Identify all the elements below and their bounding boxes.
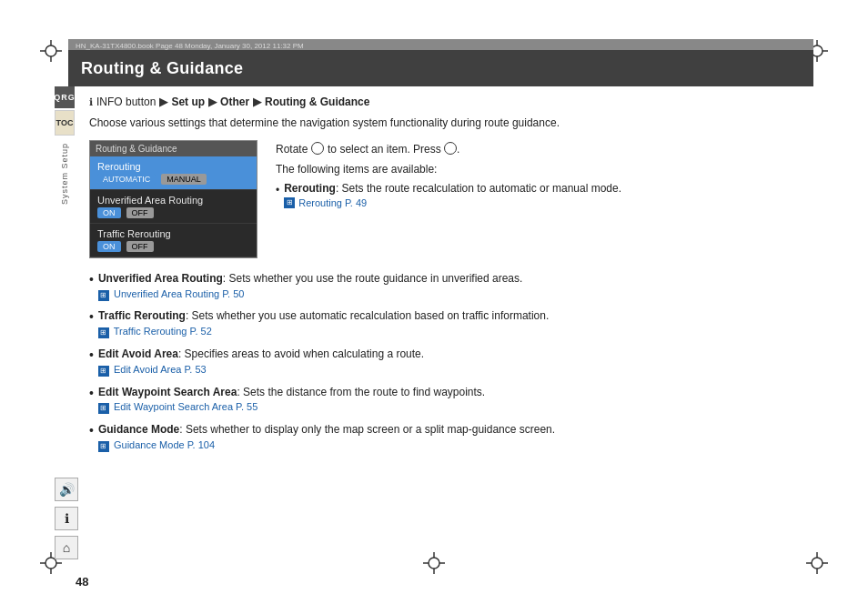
bullet-item-unverified-text: Unverified Area Routing: Sets whether yo… bbox=[98, 271, 800, 302]
menu-btn-on-unverified: ON bbox=[97, 207, 121, 218]
bullet-item-traffic: • Traffic Rerouting: Sets whether you us… bbox=[89, 308, 800, 339]
menu-item-sub-rerouting: AUTOMATIC MANUAL bbox=[97, 174, 249, 185]
svg-point-0 bbox=[45, 45, 56, 56]
bullet-item-avoid-text: Edit Avoid Area: Specifies areas to avoi… bbox=[98, 347, 800, 377]
menu-item-label-rerouting: Rerouting bbox=[97, 161, 249, 172]
bullet-list: • Unverified Area Routing: Sets whether … bbox=[89, 271, 800, 453]
rerouting-link[interactable]: ⊞ Rerouting P. 49 bbox=[284, 196, 621, 210]
menu-item-label-unverified: Unverified Area Routing bbox=[97, 195, 249, 206]
menu-item-rerouting: Rerouting AUTOMATIC MANUAL bbox=[90, 156, 257, 190]
bullet-item-unverified: • Unverified Area Routing: Sets whether … bbox=[89, 271, 800, 302]
breadcrumb-sep3: ▶ bbox=[253, 96, 261, 108]
bullet-item-guidance: • Guidance Mode: Sets whether to display… bbox=[89, 422, 800, 453]
press-icon bbox=[444, 142, 457, 155]
waypoint-link[interactable]: ⊞ Edit Waypoint Search Area P. 55 bbox=[98, 401, 257, 412]
right-item-rerouting: • Rerouting: Sets the route recalculatio… bbox=[276, 181, 800, 210]
header-bar: Routing & Guidance bbox=[68, 50, 813, 86]
description: Choose various settings that determine t… bbox=[89, 116, 580, 131]
traffic-label: Traffic Rerouting bbox=[98, 309, 186, 322]
menu-btn-automatic: AUTOMATIC bbox=[97, 174, 156, 185]
menu-item-sub-traffic: ON OFF bbox=[97, 241, 249, 252]
unverified-label: Unverified Area Routing bbox=[98, 272, 223, 285]
right-item-rerouting-text: Rerouting: Sets the route recalculation … bbox=[284, 181, 621, 210]
avoid-link[interactable]: ⊞ Edit Avoid Area P. 53 bbox=[98, 364, 207, 375]
link-icon-guidance: ⊞ bbox=[98, 441, 109, 452]
link-icon-traffic: ⊞ bbox=[98, 327, 109, 338]
unverified-link[interactable]: ⊞ Unverified Area Routing P. 50 bbox=[98, 288, 245, 299]
breadcrumb-part1: INFO button bbox=[96, 96, 156, 108]
bullet-item-traffic-text: Traffic Rerouting: Sets whether you use … bbox=[98, 308, 800, 339]
bullet-avoid: • bbox=[89, 347, 94, 363]
sidebar-tab-toc[interactable]: TOC bbox=[55, 110, 75, 136]
link-icon-waypoint: ⊞ bbox=[98, 403, 109, 414]
avoid-desc: : Specifies areas to avoid when calculat… bbox=[178, 347, 424, 360]
traffic-link-text: Traffic Rerouting P. 52 bbox=[114, 326, 212, 337]
bullet-item-avoid: • Edit Avoid Area: Specifies areas to av… bbox=[89, 347, 800, 377]
items-header: The following items are available: bbox=[276, 163, 800, 176]
traffic-link[interactable]: ⊞ Traffic Rerouting P. 52 bbox=[98, 326, 212, 337]
bullet-rerouting: • bbox=[276, 182, 279, 198]
right-panel: Rotate to select an item. Press . The fo… bbox=[276, 140, 800, 212]
right-items-list: • Rerouting: Sets the route recalculatio… bbox=[276, 181, 800, 210]
link-icon-rerouting: ⊞ bbox=[284, 197, 295, 208]
guidance-link-text: Guidance Mode P. 104 bbox=[114, 439, 215, 450]
breadcrumb-part4: Routing & Guidance bbox=[265, 96, 369, 108]
breadcrumb-part2: Set up bbox=[171, 96, 205, 108]
unverified-link-text: Unverified Area Routing P. 50 bbox=[114, 288, 245, 299]
menu-btn-off-unverified: OFF bbox=[126, 207, 154, 218]
guidance-label: Guidance Mode bbox=[98, 423, 179, 436]
waypoint-label: Edit Waypoint Search Area bbox=[98, 386, 237, 398]
rerouting-desc: : Sets the route recalculation to automa… bbox=[336, 182, 621, 195]
bullet-guidance: • bbox=[89, 423, 94, 438]
bullet-traffic: • bbox=[89, 309, 94, 325]
menu-item-label-traffic: Traffic Rerouting bbox=[97, 228, 249, 239]
breadcrumb-part3: Other bbox=[220, 96, 249, 108]
filepath-text: HN_KA-31TX4800.book Page 48 Monday, Janu… bbox=[76, 42, 304, 50]
info-nav-icon: ℹ bbox=[89, 96, 93, 108]
bullet-item-waypoint: • Edit Waypoint Search Area: Sets the di… bbox=[89, 385, 800, 416]
bullet-item-guidance-text: Guidance Mode: Sets whether to display o… bbox=[98, 422, 800, 453]
sidebar-section-label: System Setup bbox=[60, 143, 69, 205]
link-icon-unverified: ⊞ bbox=[98, 290, 109, 301]
menu-item-unverified: Unverified Area Routing ON OFF bbox=[90, 190, 257, 224]
waypoint-link-text: Edit Waypoint Search Area P. 55 bbox=[114, 401, 257, 412]
menu-screenshot: Routing & Guidance Rerouting AUTOMATIC M… bbox=[89, 140, 257, 258]
menu-btn-on-traffic: ON bbox=[97, 241, 121, 252]
menu-item-traffic: Traffic Rerouting ON OFF bbox=[90, 224, 257, 257]
guidance-desc: : Sets whether to display only the map s… bbox=[179, 423, 555, 436]
unverified-desc: : Sets whether you use the route guidanc… bbox=[223, 272, 523, 285]
menu-btn-off-traffic: OFF bbox=[126, 241, 154, 252]
avoid-label: Edit Avoid Area bbox=[98, 347, 178, 360]
menu-item-sub-unverified: ON OFF bbox=[97, 207, 249, 218]
breadcrumb-sep1: ▶ bbox=[159, 96, 167, 108]
rotate-instruction: Rotate to select an item. Press . bbox=[276, 140, 800, 156]
corner-tl bbox=[38, 38, 64, 64]
guidance-link[interactable]: ⊞ Guidance Mode P. 104 bbox=[98, 439, 215, 450]
bullet-item-waypoint-text: Edit Waypoint Search Area: Sets the dist… bbox=[98, 385, 800, 416]
waypoint-desc: : Sets the distance from the route to fi… bbox=[237, 386, 485, 398]
page-title: Routing & Guidance bbox=[81, 59, 243, 78]
rerouting-label: Rerouting bbox=[284, 182, 336, 195]
rotate-icon bbox=[311, 142, 324, 155]
avoid-link-text: Edit Avoid Area P. 53 bbox=[114, 364, 207, 375]
menu-btn-manual: MANUAL bbox=[161, 174, 207, 185]
bullet-unverified: • bbox=[89, 272, 94, 287]
link-icon-avoid: ⊞ bbox=[98, 366, 109, 377]
rerouting-link-text: Rerouting P. 49 bbox=[298, 196, 367, 210]
breadcrumb: ℹ INFO button ▶ Set up ▶ Other ▶ Routing… bbox=[89, 96, 800, 108]
breadcrumb-sep2: ▶ bbox=[208, 96, 217, 108]
traffic-desc: : Sets whether you use automatic recalcu… bbox=[186, 309, 549, 322]
sidebar-tab-qrg[interactable]: QRG bbox=[55, 86, 75, 108]
main-content: ℹ INFO button ▶ Set up ▶ Other ▶ Routing… bbox=[76, 86, 813, 587]
bullet-waypoint: • bbox=[89, 386, 94, 401]
two-col-layout: Routing & Guidance Rerouting AUTOMATIC M… bbox=[89, 140, 800, 258]
menu-box-title: Routing & Guidance bbox=[90, 141, 257, 156]
